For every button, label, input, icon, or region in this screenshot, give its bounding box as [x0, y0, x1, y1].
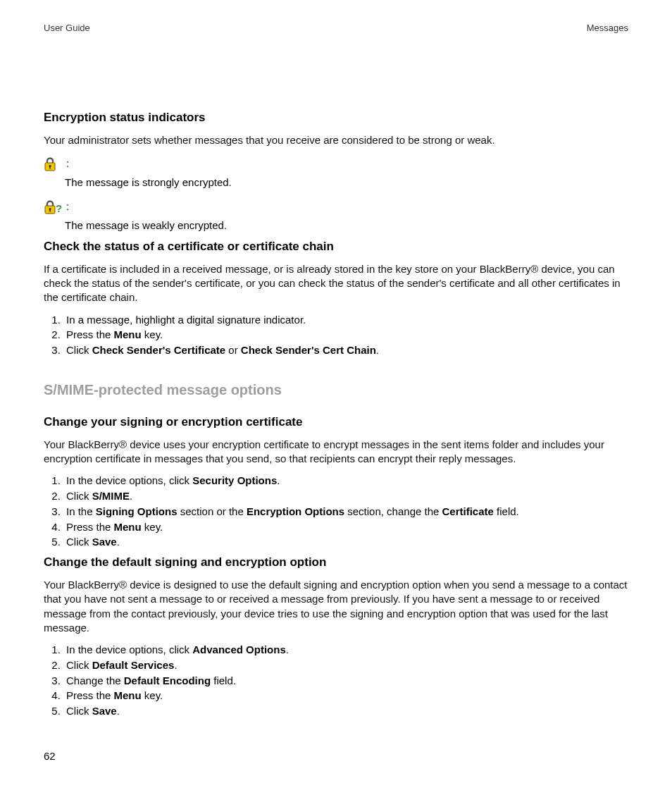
step-bold: Check Sender's Certificate: [92, 344, 225, 356]
step-bold: Default Services: [92, 659, 175, 671]
svg-rect-5: [49, 209, 51, 212]
section2-steps: In a message, highlight a digital signat…: [44, 312, 628, 358]
step-text: Click: [66, 490, 92, 502]
section2-intro: If a certificate is included in a receiv…: [44, 262, 628, 305]
section-title-change-default: Change the default signing and encryptio…: [44, 555, 628, 569]
list-item: Press the Menu key.: [63, 688, 628, 703]
step-bold: Certificate: [442, 505, 494, 517]
step-text: In the device options, click: [66, 474, 192, 486]
step-text: key.: [142, 689, 163, 701]
section1-intro: Your administrator sets whether messages…: [44, 133, 628, 147]
step-text: .: [277, 474, 280, 486]
lock-strong-icon: [44, 157, 65, 171]
step-text: field.: [211, 674, 236, 686]
section-title-encryption-indicators: Encryption status indicators: [44, 111, 628, 125]
list-item: Click Check Sender's Certificate or Chec…: [63, 343, 628, 358]
step-text: key.: [142, 328, 163, 340]
step-text: Click: [66, 705, 92, 717]
step-text: Click: [66, 659, 92, 671]
step-bold: S/MIME: [92, 490, 130, 502]
step-text: .: [376, 344, 379, 356]
page-number: 62: [44, 750, 56, 762]
step-text: Press the: [66, 689, 114, 701]
list-item: In the device options, click Security Op…: [63, 473, 628, 488]
step-bold: Save: [92, 536, 117, 548]
svg-rect-2: [49, 166, 51, 169]
list-item: Click S/MIME.: [63, 488, 628, 504]
step-text: In the device options, click: [66, 643, 192, 655]
list-item: In the Signing Options section or the En…: [63, 504, 628, 519]
step-bold: Check Sender's Cert Chain: [241, 344, 376, 356]
step-text: .: [117, 705, 120, 717]
indicator-weak-desc: The message is weakly encrypted.: [65, 218, 628, 233]
step-bold: Encryption Options: [247, 505, 344, 517]
step-text: In a message, highlight a digital signat…: [66, 314, 306, 326]
header-left: User Guide: [44, 23, 90, 33]
step-bold: Security Options: [192, 474, 277, 486]
section4-intro: Your BlackBerry® device is designed to u…: [44, 578, 628, 635]
step-bold: Default Encoding: [124, 674, 211, 686]
lock-weak-icon: ?: [44, 200, 65, 214]
list-item: In the device options, click Advanced Op…: [63, 642, 628, 658]
page-header: User Guide Messages: [44, 23, 628, 33]
step-text: Press the: [66, 328, 114, 340]
step-text: .: [174, 659, 177, 671]
document-page: User Guide Messages Encryption status in…: [0, 0, 672, 807]
section-title-change-cert: Change your signing or encryption certif…: [44, 415, 628, 429]
step-bold: Menu: [114, 689, 142, 701]
step-text: Click: [66, 344, 92, 356]
list-item: Press the Menu key.: [63, 519, 628, 535]
step-text: .: [286, 643, 289, 655]
step-bold: Save: [92, 705, 117, 717]
step-bold: Menu: [114, 521, 142, 533]
step-text: field.: [494, 505, 519, 517]
step-text: Click: [66, 536, 92, 548]
section3-intro: Your BlackBerry® device uses your encryp…: [44, 438, 628, 467]
list-item: Click Default Services.: [63, 658, 628, 673]
step-text: or: [225, 344, 241, 356]
svg-text:?: ?: [56, 202, 62, 214]
header-right: Messages: [587, 23, 628, 33]
step-bold: Advanced Options: [192, 643, 286, 655]
indicator-strong-desc: The message is strongly encrypted.: [65, 175, 628, 190]
list-item: Press the Menu key.: [63, 327, 628, 343]
list-item: Change the Default Encoding field.: [63, 673, 628, 689]
section4-steps: In the device options, click Advanced Op…: [44, 642, 628, 719]
step-bold: Menu: [114, 328, 142, 340]
list-item: Click Save.: [63, 703, 628, 719]
indicator-weak-block: ? : The message is weakly encrypted.: [44, 200, 628, 233]
list-item: In a message, highlight a digital signat…: [63, 312, 628, 328]
step-bold: Signing Options: [96, 505, 178, 517]
major-title-smime-options: S/MIME-protected message options: [44, 382, 628, 398]
indicator-strong-colon: :: [66, 157, 69, 169]
step-text: Change the: [66, 674, 124, 686]
step-text: In the: [66, 505, 96, 517]
step-text: key.: [142, 521, 163, 533]
step-text: Press the: [66, 521, 114, 533]
step-text: section or the: [178, 505, 247, 517]
step-text: .: [117, 536, 120, 548]
list-item: Click Save.: [63, 534, 628, 550]
step-text: .: [130, 490, 132, 502]
step-text: section, change the: [344, 505, 442, 517]
section3-steps: In the device options, click Security Op…: [44, 473, 628, 550]
indicator-weak-colon: :: [66, 200, 69, 212]
section-title-check-cert: Check the status of a certificate or cer…: [44, 240, 628, 254]
indicator-strong-block: : The message is strongly encrypted.: [44, 157, 628, 190]
